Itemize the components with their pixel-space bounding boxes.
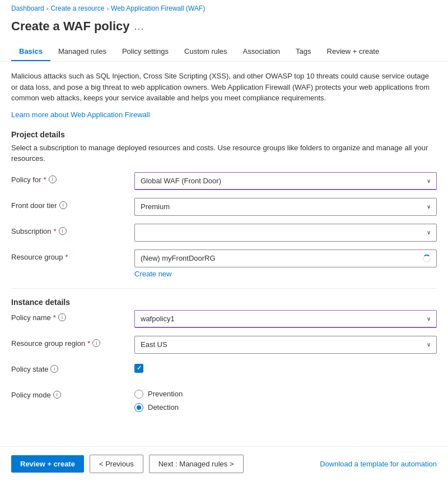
- required-star: *: [43, 175, 46, 184]
- policy-mode-info-icon[interactable]: i: [53, 391, 61, 399]
- resource-group-field[interactable]: (New) myFrontDoorRG: [134, 249, 437, 267]
- front-door-tier-info-icon[interactable]: i: [59, 201, 67, 209]
- policy-for-arrow-icon: ∨: [427, 178, 431, 184]
- rg-region-dropdown[interactable]: East US ∨: [134, 336, 437, 354]
- rg-region-control: East US ∨: [134, 336, 437, 354]
- required-star-pn: *: [53, 313, 56, 322]
- policy-name-control: wafpolicy1 ∨: [134, 310, 437, 328]
- more-options-icon[interactable]: ...: [134, 21, 144, 33]
- policy-name-row: Policy name * i wafpolicy1 ∨: [11, 310, 437, 328]
- rg-region-value: East US: [141, 340, 167, 349]
- radio-detection-inner: [137, 405, 141, 410]
- front-door-tier-label: Front door tier i: [11, 198, 134, 210]
- tab-review-create[interactable]: Review + create: [319, 43, 388, 61]
- tab-basics[interactable]: Basics: [11, 43, 50, 61]
- policy-for-value: Global WAF (Front Door): [141, 177, 221, 185]
- bottom-bar: Review + create < Previous Next : Manage…: [0, 446, 448, 481]
- policy-mode-control: Prevention Detection: [134, 387, 437, 412]
- policy-for-control: Global WAF (Front Door) ∨: [134, 172, 437, 190]
- policy-name-arrow-icon: ∨: [427, 316, 431, 322]
- loading-spinner: [423, 255, 431, 262]
- tab-policy-settings[interactable]: Policy settings: [114, 43, 176, 61]
- previous-button[interactable]: < Previous: [90, 455, 143, 473]
- policy-mode-row: Policy mode i Prevention Detection: [11, 387, 437, 412]
- tab-managed-rules[interactable]: Managed rules: [50, 43, 114, 61]
- required-star-sub: *: [54, 227, 57, 235]
- policy-name-info-icon[interactable]: i: [58, 313, 66, 321]
- info-text: Malicious attacks such as SQL Injection,…: [11, 71, 437, 104]
- subscription-control: ∨: [134, 224, 437, 242]
- policy-name-input[interactable]: wafpolicy1 ∨: [134, 310, 437, 328]
- front-door-tier-arrow-icon: ∨: [427, 203, 431, 210]
- resource-group-control: (New) myFrontDoorRG Create new: [134, 249, 437, 278]
- subscription-dropdown[interactable]: ∨: [134, 224, 437, 242]
- required-star-rgr: *: [87, 339, 90, 348]
- tab-tags[interactable]: Tags: [288, 43, 319, 61]
- subscription-info-icon[interactable]: i: [59, 227, 67, 235]
- subscription-row: Subscription * i ∨: [11, 224, 437, 242]
- policy-for-dropdown[interactable]: Global WAF (Front Door) ∨: [134, 172, 437, 190]
- resource-group-value: (New) myFrontDoorRG: [141, 254, 216, 262]
- next-button[interactable]: Next : Managed rules >: [149, 455, 244, 473]
- policy-name-label: Policy name * i: [11, 310, 134, 322]
- policy-state-info-icon[interactable]: i: [50, 365, 58, 373]
- policy-for-row: Policy for * i Global WAF (Front Door) ∨: [11, 172, 437, 190]
- rg-region-arrow-icon: ∨: [427, 341, 431, 348]
- radio-detection[interactable]: Detection: [134, 403, 437, 412]
- policy-mode-radio-group: Prevention Detection: [134, 390, 437, 412]
- policy-state-control: [134, 362, 437, 373]
- project-details-title: Project details: [11, 130, 437, 139]
- rg-region-info-icon[interactable]: i: [92, 339, 100, 347]
- radio-prevention-button[interactable]: [134, 390, 143, 399]
- breadcrumb-dashboard[interactable]: Dashboard: [11, 4, 44, 12]
- main-content: Malicious attacks such as SQL Injection,…: [0, 62, 448, 459]
- front-door-tier-control: Premium ∨: [134, 198, 437, 216]
- policy-state-checkbox[interactable]: [134, 364, 143, 373]
- front-door-tier-row: Front door tier i Premium ∨: [11, 198, 437, 216]
- breadcrumb-waf: Web Application Firewall (WAF): [111, 4, 205, 12]
- rg-region-label: Resource group region * i: [11, 336, 134, 348]
- learn-more-link[interactable]: Learn more about Web Application Firewal…: [11, 110, 150, 119]
- policy-mode-label: Policy mode i: [11, 387, 134, 399]
- breadcrumb-create-resource[interactable]: Create a resource: [50, 4, 104, 12]
- resource-group-label: Resource group *: [11, 249, 134, 261]
- policy-state-row: Policy state i: [11, 362, 437, 380]
- page-title-row: Create a WAF policy ...: [0, 17, 448, 43]
- create-new-link[interactable]: Create new: [134, 270, 171, 278]
- tabs-bar: Basics Managed rules Policy settings Cus…: [0, 43, 448, 62]
- radio-prevention[interactable]: Prevention: [134, 390, 437, 399]
- policy-state-checkbox-wrap: [134, 364, 437, 373]
- download-template-link[interactable]: Download a template for automation: [320, 460, 437, 468]
- radio-detection-label: Detection: [148, 403, 179, 411]
- policy-name-value: wafpolicy1: [141, 314, 175, 323]
- instance-details-title: Instance details: [11, 298, 437, 307]
- subscription-arrow-icon: ∨: [427, 229, 431, 235]
- review-create-button[interactable]: Review + create: [11, 455, 84, 473]
- tab-association[interactable]: Association: [235, 43, 288, 61]
- policy-state-label: Policy state i: [11, 362, 134, 373]
- resource-group-row: Resource group * (New) myFrontDoorRG Cre…: [11, 249, 437, 278]
- page-title: Create a WAF policy: [11, 19, 130, 34]
- front-door-tier-value: Premium: [141, 202, 170, 211]
- policy-for-info-icon[interactable]: i: [49, 175, 57, 183]
- subscription-label: Subscription * i: [11, 224, 134, 235]
- breadcrumb: Dashboard › Create a resource › Web Appl…: [0, 0, 448, 17]
- section-divider: [11, 288, 437, 289]
- rg-region-row: Resource group region * i East US ∨: [11, 336, 437, 354]
- required-star-rg: *: [66, 253, 68, 261]
- project-details-desc: Select a subscription to manage deployed…: [11, 142, 437, 164]
- front-door-tier-dropdown[interactable]: Premium ∨: [134, 198, 437, 216]
- radio-prevention-label: Prevention: [148, 390, 183, 398]
- tab-custom-rules[interactable]: Custom rules: [176, 43, 235, 61]
- radio-detection-button[interactable]: [134, 403, 143, 412]
- policy-for-label: Policy for * i: [11, 172, 134, 184]
